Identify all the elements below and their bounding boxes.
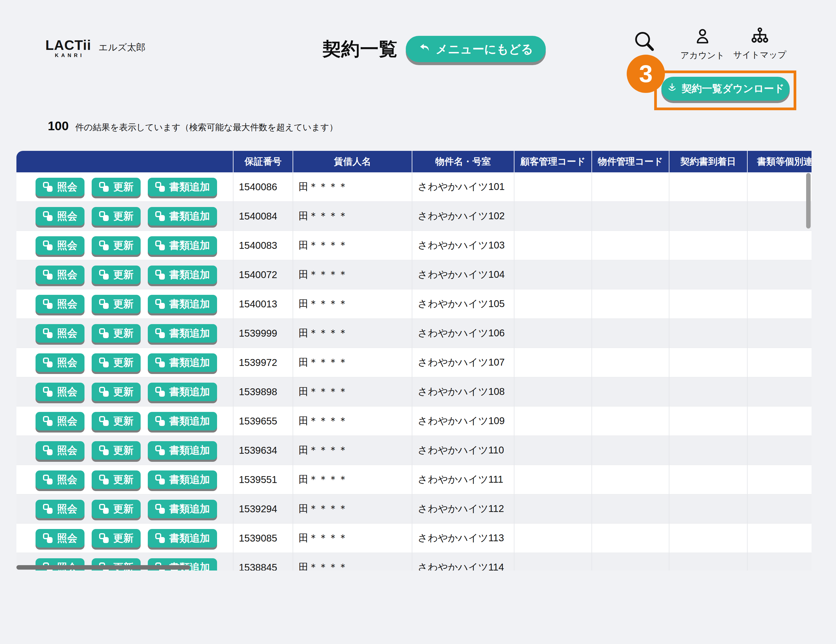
cell-property-name: さわやかハイツ114	[412, 553, 514, 570]
copy-icon	[99, 240, 109, 251]
update-button[interactable]: 更新	[91, 353, 140, 372]
inquiry-button[interactable]: 照会	[36, 471, 85, 489]
inquiry-button[interactable]: 照会	[36, 412, 85, 430]
update-label: 更新	[113, 414, 134, 428]
inquiry-label: 照会	[57, 297, 77, 311]
update-label: 更新	[113, 502, 134, 516]
copy-icon	[99, 533, 109, 544]
cell-document-contact	[748, 407, 812, 435]
inquiry-button[interactable]: 照会	[36, 353, 85, 372]
inquiry-button[interactable]: 照会	[36, 266, 85, 284]
add-documents-label: 書類追加	[169, 209, 210, 223]
cell-tenant-name: 田＊＊＊＊	[293, 465, 412, 494]
inquiry-button[interactable]: 照会	[36, 295, 85, 313]
table-row: 照会更新書類追加1540072田＊＊＊＊さわやかハイツ104	[16, 260, 812, 289]
inquiry-button[interactable]: 照会	[36, 441, 85, 460]
update-button[interactable]: 更新	[91, 178, 140, 196]
search-icon[interactable]	[633, 30, 656, 53]
download-icon	[667, 82, 678, 95]
inquiry-button[interactable]: 照会	[36, 178, 85, 196]
cell-actions: 照会更新書類追加	[16, 377, 233, 406]
add-documents-label: 書類追加	[169, 385, 210, 399]
copy-icon	[155, 328, 166, 339]
add-documents-button[interactable]: 書類追加	[148, 266, 217, 284]
add-documents-button[interactable]: 書類追加	[148, 382, 217, 401]
add-documents-button[interactable]: 書類追加	[148, 295, 217, 313]
add-documents-button[interactable]: 書類追加	[148, 500, 217, 518]
update-button[interactable]: 更新	[91, 324, 140, 343]
update-button[interactable]: 更新	[91, 266, 140, 284]
copy-icon	[99, 357, 109, 368]
cell-contract-arrival-date	[669, 231, 748, 260]
add-documents-button[interactable]: 書類追加	[148, 529, 217, 548]
cell-actions: 照会更新書類追加	[16, 289, 233, 319]
copy-icon	[155, 357, 166, 368]
update-button[interactable]: 更新	[91, 412, 140, 430]
cell-actions: 照会更新書類追加	[16, 260, 233, 289]
cell-tenant-name: 田＊＊＊＊	[293, 377, 412, 406]
account-button[interactable]: アカウント	[679, 28, 727, 62]
update-button[interactable]: 更新	[91, 441, 140, 460]
inquiry-button[interactable]: 照会	[36, 529, 85, 548]
add-documents-button[interactable]: 書類追加	[148, 324, 217, 343]
sitemap-button[interactable]: サイトマップ	[733, 27, 787, 61]
cell-property-code	[592, 289, 669, 319]
cell-guarantee-number: 1539972	[233, 348, 293, 377]
inquiry-button[interactable]: 照会	[36, 207, 85, 226]
cell-customer-code	[514, 172, 592, 201]
table-body: 照会更新書類追加1540086田＊＊＊＊さわやかハイツ101照会更新書類追加15…	[16, 172, 812, 570]
cell-contract-arrival-date	[669, 465, 748, 494]
table-horizontal-scrollbar[interactable]	[16, 565, 190, 570]
cell-actions: 照会更新書類追加	[16, 231, 233, 260]
cell-tenant-name: 田＊＊＊＊	[293, 202, 412, 230]
inquiry-button[interactable]: 照会	[36, 324, 85, 343]
add-documents-button[interactable]: 書類追加	[148, 471, 217, 489]
inquiry-label: 照会	[57, 268, 77, 282]
add-documents-button[interactable]: 書類追加	[148, 236, 217, 255]
update-button[interactable]: 更新	[91, 236, 140, 255]
cell-customer-code	[514, 407, 592, 435]
add-documents-button[interactable]: 書類追加	[148, 207, 217, 226]
table-row: 照会更新書類追加1539634田＊＊＊＊さわやかハイツ110	[16, 436, 812, 465]
header-cell-guarantee-number: 保証番号	[233, 151, 293, 172]
add-documents-label: 書類追加	[169, 414, 210, 428]
cell-property-name: さわやかハイツ110	[412, 436, 514, 465]
cell-guarantee-number: 1539551	[233, 465, 293, 494]
copy-icon	[43, 328, 54, 339]
copy-icon	[99, 299, 109, 309]
update-button[interactable]: 更新	[91, 500, 140, 518]
copy-icon	[43, 387, 54, 397]
back-to-menu-button[interactable]: メニューにもどる	[406, 36, 546, 62]
copy-icon	[155, 474, 166, 485]
update-button[interactable]: 更新	[91, 529, 140, 548]
cell-tenant-name: 田＊＊＊＊	[293, 524, 412, 552]
cell-tenant-name: 田＊＊＊＊	[293, 319, 412, 348]
inquiry-button[interactable]: 照会	[36, 382, 85, 401]
update-button[interactable]: 更新	[91, 207, 140, 226]
update-label: 更新	[113, 444, 134, 457]
cell-guarantee-number: 1538845	[233, 553, 293, 570]
update-button[interactable]: 更新	[91, 382, 140, 401]
cell-property-name: さわやかハイツ101	[412, 172, 514, 201]
copy-icon	[99, 211, 109, 222]
step-3-badge: 3	[627, 55, 665, 93]
copy-icon	[155, 533, 166, 544]
inquiry-button[interactable]: 照会	[36, 236, 85, 255]
copy-icon	[155, 240, 166, 251]
add-documents-button[interactable]: 書類追加	[148, 412, 217, 430]
add-documents-button[interactable]: 書類追加	[148, 441, 217, 460]
download-contract-list-button[interactable]: 契約一覧ダウンロード	[661, 77, 790, 101]
copy-icon	[43, 211, 54, 222]
add-documents-button[interactable]: 書類追加	[148, 178, 217, 196]
cell-property-name: さわやかハイツ104	[412, 260, 514, 289]
cell-customer-code	[514, 289, 592, 319]
cell-document-contact	[748, 348, 812, 377]
cell-contract-arrival-date	[669, 494, 748, 523]
update-button[interactable]: 更新	[91, 295, 140, 313]
inquiry-label: 照会	[57, 531, 77, 545]
cell-contract-arrival-date	[669, 319, 748, 348]
add-documents-button[interactable]: 書類追加	[148, 353, 217, 372]
update-button[interactable]: 更新	[91, 471, 140, 489]
table-vertical-scrollbar[interactable]	[806, 173, 811, 229]
inquiry-button[interactable]: 照会	[36, 500, 85, 518]
